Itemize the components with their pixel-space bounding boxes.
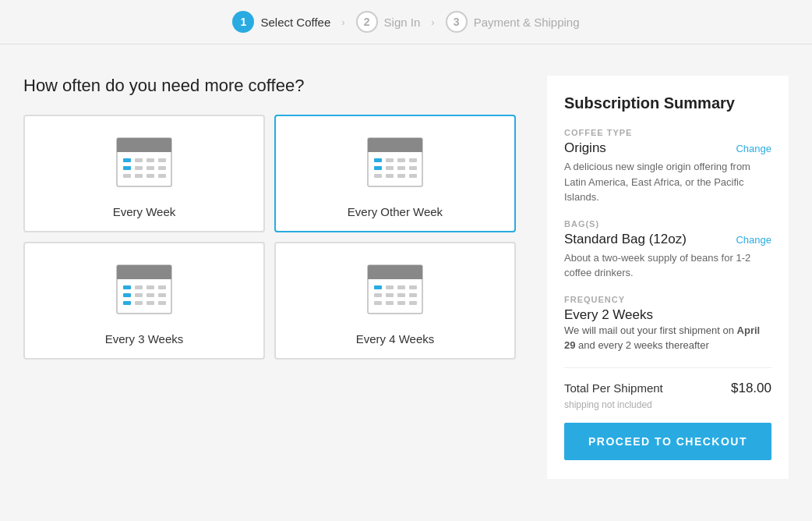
freq-card-every-3-weeks[interactable]: Every 3 Weeks [23, 242, 265, 360]
frequency-desc-before: We will mail out your first shipment on [564, 324, 737, 336]
svg-rect-59 [409, 301, 417, 305]
svg-rect-4 [135, 158, 143, 162]
svg-rect-17 [368, 149, 422, 152]
svg-rect-50 [397, 285, 405, 289]
step-1-circle: 1 [232, 11, 254, 33]
svg-rect-56 [374, 301, 382, 305]
svg-rect-43 [147, 301, 154, 305]
summary-bag-section: BAG(S) Standard Bag (12oz) Change About … [564, 219, 771, 281]
svg-rect-41 [123, 301, 131, 305]
svg-rect-39 [147, 293, 154, 297]
total-amount: $18.00 [731, 381, 771, 396]
coffee-type-header: Origins Change [564, 140, 771, 156]
step-1-chevron: › [341, 16, 344, 28]
svg-rect-5 [147, 158, 154, 162]
svg-rect-38 [135, 293, 143, 297]
step-3-circle: 3 [446, 11, 468, 33]
freq-card-every-other-week[interactable]: Every Other Week [274, 115, 516, 232]
svg-rect-7 [123, 166, 131, 170]
summary-coffee-type-section: COFFEE TYPE Origins Change A delicious n… [564, 128, 771, 205]
frequency-name: Every 2 Weeks [564, 307, 771, 323]
summary-title: Subscription Summary [564, 94, 771, 112]
svg-rect-52 [374, 293, 382, 297]
svg-rect-40 [158, 293, 166, 297]
coffee-type-name: Origins [564, 140, 606, 156]
svg-rect-37 [123, 293, 131, 297]
svg-rect-48 [374, 285, 382, 289]
step-1-label: Select Coffee [260, 16, 330, 29]
freq-card-every-week[interactable]: Every Week [23, 115, 265, 232]
step-2-label: Sign In [384, 16, 421, 29]
svg-rect-35 [147, 285, 154, 289]
bag-header: Standard Bag (12oz) Change [564, 232, 771, 247]
svg-rect-14 [158, 174, 166, 178]
coffee-type-label: COFFEE TYPE [564, 128, 771, 137]
svg-rect-25 [409, 166, 417, 170]
section-title: How often do you need more coffee? [23, 76, 516, 96]
frequency-desc: We will mail out your first shipment on … [564, 323, 771, 353]
svg-rect-20 [397, 158, 405, 162]
frequency-label: FREQUENCY [564, 295, 771, 304]
svg-rect-21 [409, 158, 417, 162]
svg-rect-12 [135, 174, 143, 178]
bag-change-link[interactable]: Change [736, 234, 771, 246]
total-row: Total Per Shipment $18.00 [564, 381, 771, 396]
svg-rect-53 [386, 293, 394, 297]
svg-rect-13 [147, 174, 154, 178]
step-1: 1 Select Coffee [232, 11, 330, 33]
main-container: How often do you need more coffee? [0, 44, 812, 502]
svg-rect-42 [135, 301, 143, 305]
svg-rect-34 [135, 285, 143, 289]
bag-label: BAG(S) [564, 219, 771, 229]
freq-label-every-4-weeks: Every 4 Weeks [356, 332, 435, 346]
svg-rect-54 [397, 293, 405, 297]
svg-rect-36 [158, 285, 166, 289]
svg-rect-6 [158, 158, 166, 162]
svg-rect-8 [135, 166, 143, 170]
calendar-icon-4weekly [360, 259, 430, 321]
coffee-type-change-link[interactable]: Change [736, 143, 771, 154]
svg-rect-55 [409, 293, 417, 297]
summary-divider [564, 367, 771, 368]
freq-label-every-3-weeks: Every 3 Weeks [105, 332, 184, 346]
svg-rect-11 [123, 174, 131, 178]
right-panel: Subscription Summary COFFEE TYPE Origins… [547, 76, 789, 479]
svg-rect-28 [397, 174, 405, 178]
svg-rect-19 [386, 158, 394, 162]
left-panel: How often do you need more coffee? [23, 76, 516, 479]
freq-label-every-other-week: Every Other Week [348, 205, 443, 218]
svg-rect-58 [397, 301, 405, 305]
svg-rect-23 [386, 166, 394, 170]
bag-desc: About a two-week supply of beans for 1-2… [564, 250, 771, 281]
svg-rect-18 [374, 158, 382, 162]
svg-rect-26 [374, 174, 382, 178]
frequency-desc-after: and every 2 weeks thereafter [575, 339, 708, 351]
svg-rect-51 [409, 285, 417, 289]
frequency-grid: Every Week [23, 115, 516, 360]
svg-rect-22 [374, 166, 382, 170]
total-label: Total Per Shipment [564, 381, 663, 395]
svg-rect-9 [147, 166, 154, 170]
svg-rect-10 [158, 166, 166, 170]
summary-box: Subscription Summary COFFEE TYPE Origins… [547, 76, 789, 479]
calendar-icon-biweekly [360, 132, 430, 194]
summary-frequency-section: FREQUENCY Every 2 Weeks We will mail out… [564, 295, 771, 353]
step-2-chevron: › [431, 16, 434, 28]
svg-rect-2 [117, 149, 171, 152]
svg-rect-29 [409, 174, 417, 178]
svg-rect-3 [123, 158, 131, 162]
step-2-circle: 2 [356, 11, 378, 33]
calendar-icon-weekly [109, 132, 179, 194]
freq-label-every-week: Every Week [113, 205, 176, 218]
stepper-bar: 1 Select Coffee › 2 Sign In › 3 Payment … [0, 0, 812, 44]
freq-card-every-4-weeks[interactable]: Every 4 Weeks [274, 242, 516, 360]
svg-rect-57 [386, 301, 394, 305]
step-2: 2 Sign In [356, 11, 421, 33]
step-3: 3 Payment & Shipping [446, 11, 580, 33]
checkout-button[interactable]: PROCEED TO CHECKOUT [564, 423, 771, 460]
svg-rect-47 [368, 276, 422, 279]
svg-rect-44 [158, 301, 166, 305]
bag-name: Standard Bag (12oz) [564, 232, 687, 247]
svg-rect-33 [123, 285, 131, 289]
calendar-icon-3weekly [109, 259, 179, 321]
